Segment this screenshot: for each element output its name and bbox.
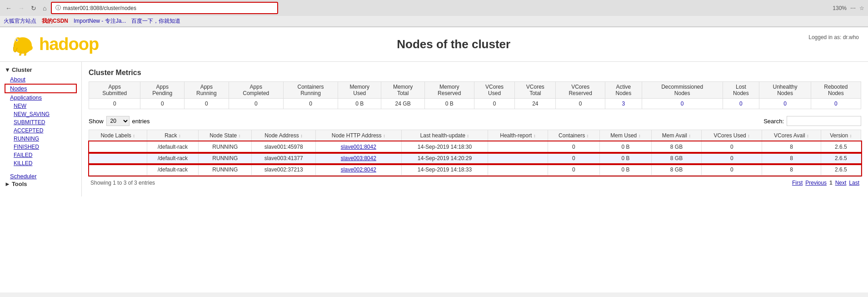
table-cell[interactable]: slave002:8042: [316, 164, 402, 176]
reload-button[interactable]: ↻: [29, 4, 38, 13]
show-entries-control: Show 20 50 100 entries: [89, 116, 150, 126]
cluster-metrics-table: AppsSubmitted AppsPending AppsRunning Ap…: [89, 81, 861, 109]
table-cell: RUNNING: [199, 153, 252, 164]
table-cell: 0: [702, 141, 762, 153]
table-row: /default-rackRUNNINGslave002:37213slave0…: [89, 164, 861, 176]
pagination-current: 1: [829, 180, 833, 186]
search-label: Search:: [763, 118, 784, 125]
col-header-node-http[interactable]: Node HTTP Address ↕: [316, 130, 402, 141]
info-icon: ⓘ: [55, 4, 61, 12]
col-header-vcores-used[interactable]: VCores Used ↕: [702, 130, 762, 141]
sidebar-item-finished[interactable]: FINISHED: [5, 143, 77, 151]
metric-val-active-nodes[interactable]: 3: [605, 99, 642, 109]
table-cell: 8: [762, 141, 821, 153]
col-header-node-state[interactable]: Node State ↕: [199, 130, 252, 141]
col-header-rack[interactable]: Rack ↕: [147, 130, 199, 141]
metric-header-vcores-used: VCoresUsed: [474, 82, 515, 99]
entries-label: entries: [132, 118, 150, 125]
forward-button[interactable]: →: [16, 4, 26, 13]
nodes-table: Node Labels ↕ Rack ↕ Node State ↕ Node A…: [89, 130, 861, 176]
table-cell[interactable]: slave001:8042: [316, 141, 402, 153]
col-header-containers[interactable]: Containers ↕: [548, 130, 599, 141]
metric-val-apps-pending: 0: [140, 99, 185, 109]
metric-val-rebooted-nodes[interactable]: 0: [811, 99, 861, 109]
col-header-version[interactable]: Version ↕: [821, 130, 861, 141]
metric-header-active-nodes: ActiveNodes: [605, 82, 642, 99]
table-cell: 2.6.5: [821, 164, 861, 176]
entries-select[interactable]: 20 50 100: [106, 116, 130, 126]
sidebar-tools-label: Tools: [12, 181, 27, 187]
page-title: Nodes of the cluster: [99, 37, 808, 51]
table-cell: [89, 153, 147, 164]
pagination-previous[interactable]: Previous: [805, 180, 827, 186]
table-cell: 0: [702, 153, 762, 164]
pagination-last[interactable]: Last: [849, 180, 859, 186]
showing-entries: Showing 1 to 3 of 3 entries: [90, 180, 155, 186]
sidebar-item-submitted[interactable]: SUBMITTED: [5, 118, 77, 126]
col-header-mem-avail[interactable]: Mem Avail ↕: [652, 130, 702, 141]
hadoop-brand-text: hadoop: [39, 35, 99, 54]
sidebar-item-applications[interactable]: Applications: [5, 93, 77, 102]
table-cell: 8 GB: [652, 141, 702, 153]
metric-header-decommissioned-nodes: DecommissionedNodes: [642, 82, 723, 99]
table-cell: 0: [548, 153, 599, 164]
table-cell: [89, 141, 147, 153]
bookmark-importnew[interactable]: ImportNew - 专注Ja...: [74, 17, 126, 25]
col-header-health-report[interactable]: Health-report ↕: [488, 130, 548, 141]
show-label: Show: [89, 118, 104, 125]
url-bar[interactable]: ⓘ master001:8088/cluster/nodes: [51, 2, 278, 14]
metric-val-vcores-reserved: 0: [556, 99, 605, 109]
table-cell: slave002:37213: [252, 164, 316, 176]
col-header-mem-used[interactable]: Mem Used ↕: [599, 130, 651, 141]
table-cell: 0: [548, 164, 599, 176]
metric-header-apps-completed: AppsCompleted: [229, 82, 283, 99]
table-cell: /default-rack: [147, 153, 199, 164]
metric-val-memory-used: 0 B: [338, 99, 381, 109]
sidebar-item-running[interactable]: RUNNING: [5, 135, 77, 143]
metric-val-decommissioned-nodes[interactable]: 0: [642, 99, 723, 109]
table-cell: 8: [762, 164, 821, 176]
sidebar-item-scheduler[interactable]: Scheduler: [5, 172, 77, 181]
metric-val-unhealthy-nodes[interactable]: 0: [759, 99, 811, 109]
bookmark-star[interactable]: ☆: [859, 5, 864, 11]
bookmark-firefox[interactable]: 火狐官方站点: [4, 17, 36, 25]
browser-chrome: ← → ↻ ⌂ ⓘ master001:8088/cluster/nodes 1…: [0, 0, 868, 27]
col-header-last-health[interactable]: Last health-update ↕: [401, 130, 488, 141]
search-input[interactable]: [787, 116, 861, 126]
table-cell: 14-Sep-2019 14:18:30: [401, 141, 488, 153]
sidebar-item-new-saving[interactable]: NEW_SAVING: [5, 110, 77, 118]
metric-header-apps-submitted: AppsSubmitted: [89, 82, 140, 99]
metric-val-containers-running: 0: [283, 99, 338, 109]
sidebar: ▼ Cluster About Nodes Applications NEW N…: [0, 62, 82, 196]
home-button[interactable]: ⌂: [41, 4, 48, 13]
col-header-vcores-avail[interactable]: VCores Avail ↕: [762, 130, 821, 141]
metric-header-containers-running: ContainersRunning: [283, 82, 338, 99]
browser-right-controls: 130% ⋯ ☆: [833, 5, 864, 11]
col-header-node-labels[interactable]: Node Labels ↕: [89, 130, 147, 141]
sidebar-item-nodes[interactable]: Nodes: [5, 84, 77, 93]
table-row: /default-rackRUNNINGslave003:41377slave0…: [89, 153, 861, 164]
pagination-next[interactable]: Next: [835, 180, 847, 186]
back-button[interactable]: ←: [4, 4, 14, 13]
sidebar-item-failed[interactable]: FAILED: [5, 151, 77, 159]
metric-val-lost-nodes[interactable]: 0: [723, 99, 759, 109]
metric-val-memory-total: 24 GB: [381, 99, 424, 109]
sidebar-cluster-toggle[interactable]: ▼ Cluster: [5, 66, 77, 73]
sidebar-item-new[interactable]: NEW: [5, 102, 77, 110]
page-wrapper: hadoop Nodes of the cluster Logged in as…: [0, 27, 868, 292]
sidebar-item-killed[interactable]: KILLED: [5, 159, 77, 167]
bookmark-baidu[interactable]: 百度一下，你就知道: [131, 17, 180, 25]
pagination-first[interactable]: First: [792, 180, 803, 186]
sidebar-tools-toggle[interactable]: ► Tools: [5, 181, 77, 187]
col-header-node-address[interactable]: Node Address ↕: [252, 130, 316, 141]
svg-point-3: [16, 40, 18, 41]
table-cell[interactable]: slave003:8042: [316, 153, 402, 164]
table-cell: 0: [702, 164, 762, 176]
sidebar-item-about[interactable]: About: [5, 75, 77, 84]
table-cell: RUNNING: [199, 164, 252, 176]
menu-dots[interactable]: ⋯: [850, 5, 856, 11]
metric-header-vcores-reserved: VCoresReserved: [556, 82, 605, 99]
bookmark-csdn[interactable]: 我的CSDN: [42, 17, 68, 25]
sidebar-item-accepted[interactable]: ACCEPTED: [5, 126, 77, 135]
elephant-icon: [9, 32, 36, 57]
